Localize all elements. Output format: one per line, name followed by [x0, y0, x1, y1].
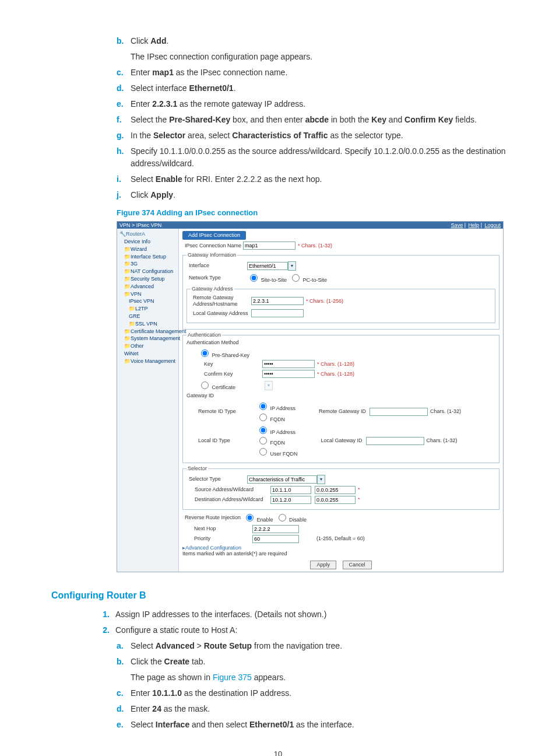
- num-1: Assign IP addresses to the interfaces. (…: [115, 608, 509, 621]
- nav-item[interactable]: 📁L2TP: [117, 305, 178, 313]
- conn-name-label: IPsec Connection Name: [182, 243, 243, 249]
- nav-item[interactable]: 📁Other: [117, 342, 178, 350]
- nav-item[interactable]: GRE: [117, 313, 178, 320]
- local-gw-id-input[interactable]: [366, 437, 424, 445]
- nav-item[interactable]: Device Info: [117, 238, 178, 246]
- ufqdn-radio[interactable]: User FQDN: [256, 451, 298, 457]
- key-input[interactable]: [262, 360, 315, 368]
- conn-name-input[interactable]: [243, 242, 295, 250]
- nav-item[interactable]: 📁System Management: [117, 335, 178, 342]
- nav-item[interactable]: 📁Interface Setup: [117, 253, 178, 261]
- dst-label: Destination Address/Wildcard: [186, 496, 270, 503]
- key-label: Key: [186, 361, 262, 368]
- nav-item[interactable]: 📁Certificate Management: [117, 328, 178, 335]
- step-c: Enter map1 as the IPsec connection name.: [131, 66, 509, 79]
- local-id-type-label: Local ID Type: [186, 438, 256, 444]
- local-gw-input[interactable]: [251, 309, 304, 317]
- conn-name-hint: * Chars. (1-32): [298, 243, 332, 249]
- local-gw-id-label: Local Gateway ID: [321, 438, 363, 444]
- step-g: In the Selector area, select Characteris…: [131, 130, 509, 142]
- nav-item[interactable]: 📁Voice Management: [117, 358, 178, 365]
- selector-type-select[interactable]: [247, 475, 317, 484]
- fs-gateway-addr: Gateway Address: [191, 286, 234, 292]
- remote-gw-id-input[interactable]: [370, 408, 428, 416]
- logout-link[interactable]: Logout: [484, 222, 501, 228]
- step-b: Click Add.: [131, 35, 509, 47]
- nav-item[interactable]: 📁Security Setup: [117, 275, 178, 283]
- figure-caption: Figure 374 Adding an IPsec connection: [117, 207, 509, 219]
- src-wild-input[interactable]: [315, 486, 356, 494]
- required-note: Items marked with an asterisk(*) are req…: [182, 551, 499, 557]
- sub-c: Enter 10.1.1.0 as the destination IP add…: [131, 687, 509, 699]
- remote-gw-input[interactable]: [251, 297, 304, 305]
- psk-radio[interactable]: Pre-Shared-Key: [198, 348, 249, 359]
- nav-item[interactable]: 📁VPN: [117, 290, 178, 298]
- remote-id-type-label: Remote ID Type: [186, 408, 256, 415]
- tab-add-ipsec[interactable]: Add IPsec Connection: [182, 231, 246, 240]
- step-e: Enter 2.2.3.1 as the remote gateway IP a…: [131, 98, 509, 110]
- ckey-input[interactable]: [262, 370, 315, 378]
- ckey-label: Confirm Key: [186, 371, 262, 377]
- nav-tree: 🔧RouterA Device Info 📁Wizard 📁Interface …: [117, 229, 179, 572]
- dst-addr-input[interactable]: [270, 496, 311, 504]
- ordered-steps: b.Click Add. The IPsec connection config…: [117, 35, 509, 201]
- cert-radio[interactable]: Certificate: [198, 380, 235, 391]
- network-type-label: Network Type: [186, 275, 247, 281]
- top-links: Save | Help | Logout: [450, 222, 501, 229]
- cancel-button[interactable]: Cancel: [343, 561, 372, 569]
- enable-radio[interactable]: Enable: [243, 512, 273, 523]
- step-marker: j.: [117, 189, 131, 201]
- step-marker: e.: [117, 98, 131, 110]
- disable-radio[interactable]: Disable: [276, 512, 307, 523]
- ip-radio[interactable]: IP Address: [256, 405, 295, 411]
- priority-input[interactable]: [252, 535, 299, 543]
- figure-link[interactable]: Figure 375: [213, 673, 252, 682]
- nexthop-label: Next Hop: [182, 526, 252, 532]
- gateway-id-label: Gateway ID: [186, 393, 495, 399]
- interface-select[interactable]: [247, 262, 288, 270]
- step-marker: f.: [117, 114, 131, 126]
- remote-gw-label: Remote Gateway Address/Hostname: [191, 295, 251, 307]
- src-addr-input[interactable]: [270, 486, 311, 494]
- nav-item[interactable]: WiNet: [117, 350, 178, 358]
- step-marker: g.: [117, 130, 131, 142]
- save-link[interactable]: Save: [451, 222, 463, 228]
- remote-gw-id-label: Remote Gateway ID: [319, 408, 366, 415]
- step-i: Select Enable for RRI. Enter 2.2.2.2 as …: [131, 173, 509, 186]
- step-marker: c.: [117, 66, 131, 79]
- fqdn-radio[interactable]: FQDN: [256, 440, 285, 446]
- adv-config-link[interactable]: ▸Advanced Configuration: [182, 545, 499, 551]
- step-h: Specify 10.1.1.0/0.0.0.255 as the source…: [131, 145, 509, 170]
- nav-item[interactable]: 📁SSL VPN: [117, 320, 178, 328]
- page-number: 10: [47, 748, 509, 756]
- apply-button[interactable]: Apply: [310, 561, 336, 569]
- chevron-down-icon: ▾: [265, 381, 273, 390]
- screenshot: VPN > IPsec VPN Save | Help | Logout 🔧Ro…: [117, 221, 504, 573]
- nav-item-ipsec[interactable]: IPsec VPN: [117, 298, 178, 305]
- site-to-site-radio[interactable]: Site-to-Site: [247, 272, 287, 284]
- pc-to-site-radio[interactable]: PC-to-Site: [289, 272, 327, 284]
- nav-item[interactable]: 📁Wizard: [117, 246, 178, 253]
- nav-item[interactable]: 📁3G: [117, 260, 178, 268]
- fs-gateway-info: Gateway Information: [186, 252, 237, 258]
- num-marker: 2.: [93, 624, 115, 636]
- device-root[interactable]: 🔧RouterA: [117, 230, 178, 238]
- rri-label: Reverse Route Injection: [182, 514, 243, 521]
- sub-e: Select Interface and then select Etherne…: [131, 719, 509, 731]
- ip-radio[interactable]: IP Address: [256, 429, 295, 435]
- fs-selector: Selector: [186, 466, 208, 472]
- sub-d: Enter 24 as the mask.: [131, 703, 509, 715]
- nav-item[interactable]: 📁Advanced: [117, 283, 178, 290]
- step-marker: d.: [117, 82, 131, 94]
- step-marker: b.: [117, 35, 131, 47]
- fqdn-radio[interactable]: FQDN: [256, 416, 285, 422]
- help-link[interactable]: Help: [469, 222, 480, 228]
- nav-item[interactable]: 📁NAT Configuration: [117, 268, 178, 275]
- interface-label: Interface: [186, 262, 247, 269]
- nexthop-input[interactable]: [252, 525, 299, 533]
- dst-wild-input[interactable]: [315, 496, 356, 504]
- sub-a: Select Advanced > Route Setup from the n…: [131, 640, 509, 652]
- step-j: Click Apply.: [131, 189, 509, 201]
- chevron-down-icon[interactable]: ▾: [317, 475, 325, 484]
- chevron-down-icon[interactable]: ▾: [288, 261, 296, 271]
